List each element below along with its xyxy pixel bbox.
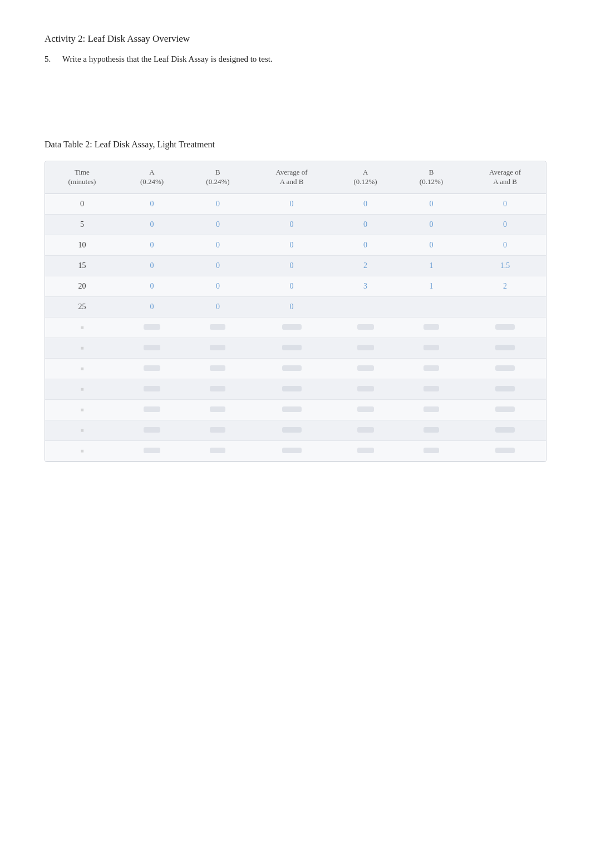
cell-blurred xyxy=(251,338,333,358)
cell-value: 0 xyxy=(251,276,333,296)
col-header-b1: B(0.24%) xyxy=(185,161,250,194)
cell-value: 0 xyxy=(119,255,185,276)
cell-blurred xyxy=(398,379,464,399)
cell-blurred xyxy=(332,399,398,420)
cell-blurred xyxy=(464,338,546,358)
cell-value: 0 xyxy=(398,235,464,255)
table-row: ■ xyxy=(45,317,546,338)
cell-blurred xyxy=(119,317,185,338)
cell-time: ■ xyxy=(45,420,119,440)
cell-value: 0 xyxy=(464,194,546,214)
cell-blurred xyxy=(464,440,546,461)
col-header-a1: A(0.24%) xyxy=(119,161,185,194)
cell-value: 0 xyxy=(185,276,250,296)
cell-value: 0 xyxy=(185,255,250,276)
cell-blurred xyxy=(398,317,464,338)
cell-blurred xyxy=(332,440,398,461)
table-row: ■ xyxy=(45,440,546,461)
table-row: 15000211.5 xyxy=(45,255,546,276)
leaf-disk-table: Time(minutes) A(0.24%) B(0.24%) Average … xyxy=(45,161,546,462)
cell-time: ■ xyxy=(45,440,119,461)
cell-blurred xyxy=(185,440,250,461)
cell-time: 15 xyxy=(45,255,119,276)
cell-blurred xyxy=(332,420,398,440)
table-row: ■ xyxy=(45,358,546,379)
cell-value xyxy=(398,296,464,317)
cell-value: 0 xyxy=(332,194,398,214)
cell-value: 1.5 xyxy=(464,255,546,276)
cell-value: 0 xyxy=(332,214,398,235)
cell-blurred xyxy=(398,440,464,461)
section-title: Activity 2: Leaf Disk Assay Overview xyxy=(45,33,546,44)
cell-blurred xyxy=(464,399,546,420)
cell-value: 0 xyxy=(251,255,333,276)
cell-time: ■ xyxy=(45,338,119,358)
cell-value xyxy=(464,296,546,317)
cell-value: 0 xyxy=(185,235,250,255)
table-title: Data Table 2: Leaf Disk Assay, Light Tre… xyxy=(45,140,546,150)
cell-blurred xyxy=(119,440,185,461)
col-header-a2: A(0.12%) xyxy=(332,161,398,194)
cell-blurred xyxy=(251,420,333,440)
cell-value: 2 xyxy=(464,276,546,296)
table-row: 25000 xyxy=(45,296,546,317)
cell-blurred xyxy=(185,358,250,379)
cell-blurred xyxy=(332,317,398,338)
cell-blurred xyxy=(332,379,398,399)
cell-blurred xyxy=(251,358,333,379)
cell-blurred xyxy=(119,379,185,399)
table-row: ■ xyxy=(45,338,546,358)
cell-value: 0 xyxy=(332,235,398,255)
cell-value: 0 xyxy=(251,235,333,255)
table-row: 5000000 xyxy=(45,214,546,235)
cell-blurred xyxy=(398,358,464,379)
cell-blurred xyxy=(251,317,333,338)
cell-blurred xyxy=(251,399,333,420)
cell-value: 3 xyxy=(332,276,398,296)
cell-blurred xyxy=(119,358,185,379)
table-row: ■ xyxy=(45,420,546,440)
cell-value xyxy=(332,296,398,317)
cell-blurred xyxy=(332,338,398,358)
cell-value: 1 xyxy=(398,276,464,296)
cell-value: 0 xyxy=(119,235,185,255)
col-header-b2: B(0.12%) xyxy=(398,161,464,194)
cell-time: 5 xyxy=(45,214,119,235)
cell-value: 0 xyxy=(464,214,546,235)
table-row: 10000000 xyxy=(45,235,546,255)
col-header-avg2: Average ofA and B xyxy=(464,161,546,194)
cell-blurred xyxy=(398,338,464,358)
data-table: Time(minutes) A(0.24%) B(0.24%) Average … xyxy=(45,161,546,462)
cell-time: 0 xyxy=(45,194,119,214)
cell-value: 0 xyxy=(464,235,546,255)
question-5-text: Write a hypothesis that the Leaf Disk As… xyxy=(62,54,546,64)
cell-time: 25 xyxy=(45,296,119,317)
cell-value: 0 xyxy=(119,194,185,214)
cell-blurred xyxy=(464,358,546,379)
cell-blurred xyxy=(398,399,464,420)
cell-time: 20 xyxy=(45,276,119,296)
table-header-row: Time(minutes) A(0.24%) B(0.24%) Average … xyxy=(45,161,546,194)
cell-blurred xyxy=(464,379,546,399)
cell-blurred xyxy=(119,420,185,440)
cell-value: 0 xyxy=(398,214,464,235)
cell-blurred xyxy=(185,338,250,358)
cell-value: 0 xyxy=(251,296,333,317)
question-5: 5. Write a hypothesis that the Leaf Disk… xyxy=(45,54,546,64)
cell-value: 2 xyxy=(332,255,398,276)
cell-blurred xyxy=(185,399,250,420)
col-header-time: Time(minutes) xyxy=(45,161,119,194)
col-header-avg1: Average ofA and B xyxy=(251,161,333,194)
cell-blurred xyxy=(119,338,185,358)
cell-blurred xyxy=(251,440,333,461)
cell-blurred xyxy=(464,317,546,338)
cell-blurred xyxy=(398,420,464,440)
cell-time: ■ xyxy=(45,317,119,338)
table-row: ■ xyxy=(45,399,546,420)
cell-blurred xyxy=(185,317,250,338)
question-5-number: 5. xyxy=(45,54,58,64)
cell-value: 0 xyxy=(185,214,250,235)
cell-value: 0 xyxy=(251,214,333,235)
cell-value: 0 xyxy=(251,194,333,214)
cell-value: 0 xyxy=(119,296,185,317)
